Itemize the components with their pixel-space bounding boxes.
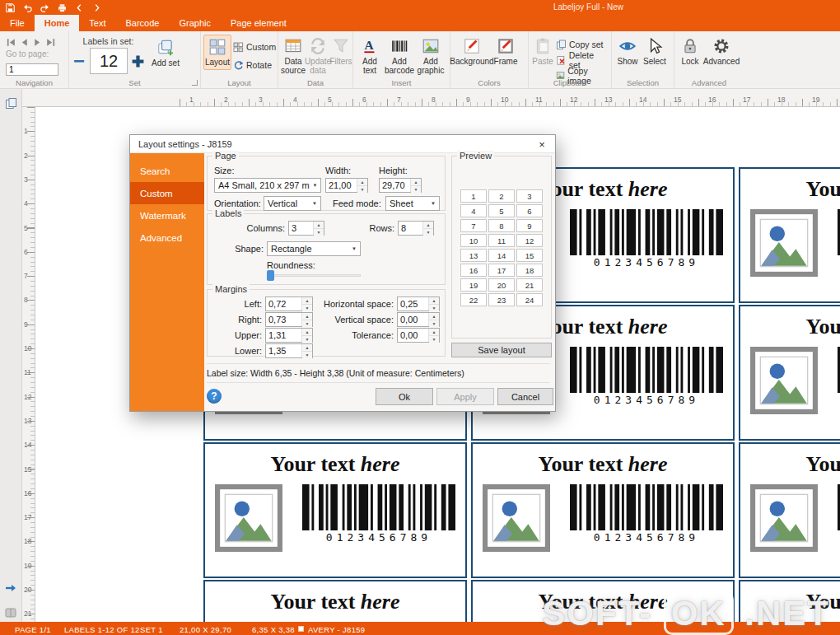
canvas-label[interactable]: Your text here 0123456789 — [471, 442, 735, 578]
page-height-spinner[interactable]: ▲▼ — [379, 178, 422, 193]
decrease-set-button[interactable]: − — [72, 49, 86, 73]
preview-cell[interactable]: 18 — [516, 264, 543, 277]
tab-barcode[interactable]: Barcode — [115, 15, 169, 31]
add-text-button[interactable]: A Add text — [356, 35, 384, 77]
margin-lower-spinner[interactable]: ▲▼ — [265, 343, 313, 358]
labels-in-set-input[interactable] — [90, 48, 128, 74]
orientation-select[interactable]: Vertical▼ — [264, 196, 321, 211]
preview-cell[interactable]: 17 — [488, 264, 515, 277]
spinner-arrows[interactable]: ▲▼ — [301, 344, 312, 357]
spinner-arrows[interactable]: ▲▼ — [428, 329, 439, 342]
custom-layout-button[interactable]: Custom — [231, 40, 278, 54]
feed-mode-select[interactable]: Sheet▼ — [385, 196, 440, 211]
preview-cell[interactable]: 16 — [460, 264, 487, 277]
tab-graphic[interactable]: Graphic — [169, 15, 221, 31]
spinner-arrows[interactable]: ▲▼ — [422, 222, 433, 235]
undo-icon[interactable] — [22, 2, 33, 13]
tab-file[interactable]: File — [0, 15, 35, 31]
tab-home[interactable]: Home — [35, 15, 80, 31]
preview-cell[interactable]: 13 — [460, 249, 487, 262]
spinner-arrows[interactable]: ▲▼ — [313, 222, 324, 235]
page-size-select[interactable]: A4 Small, 210 x 297 mm▼ — [214, 178, 321, 193]
canvas-label[interactable]: Your text here 0123456789 — [739, 305, 840, 441]
slider-thumb[interactable] — [267, 270, 274, 281]
pages-panel-icon[interactable] — [5, 97, 17, 110]
roundness-slider[interactable] — [267, 269, 361, 282]
preview-cell[interactable]: 19 — [460, 278, 487, 292]
spinner-arrows[interactable]: ▲▼ — [428, 313, 439, 326]
redo-icon[interactable] — [40, 2, 50, 13]
advanced-button[interactable]: Advanced — [703, 35, 740, 68]
save-layout-button[interactable]: Save layout — [451, 343, 552, 357]
layout-button[interactable]: Layout — [203, 35, 231, 70]
preview-cell[interactable]: 10 — [460, 234, 487, 247]
preview-cell[interactable]: 5 — [488, 204, 515, 217]
preview-cell[interactable]: 21 — [516, 278, 543, 292]
hspace-spinner[interactable]: ▲▼ — [397, 296, 440, 311]
help-icon[interactable]: ? — [207, 389, 222, 404]
paste-button[interactable]: Paste — [531, 35, 554, 68]
add-set-button[interactable]: Add set — [149, 36, 182, 70]
spinner-arrows[interactable]: ▲▼ — [357, 179, 367, 192]
increase-set-button[interactable] — [131, 54, 145, 68]
rows-spinner[interactable]: ▲▼ — [398, 221, 434, 236]
preview-cell[interactable]: 1 — [460, 189, 487, 203]
preview-cell[interactable]: 15 — [516, 249, 543, 262]
sidebar-item-advanced[interactable]: Advanced — [130, 226, 204, 249]
preview-cell[interactable]: 3 — [516, 189, 543, 203]
select-button[interactable]: Select — [641, 35, 669, 68]
canvas-label[interactable]: Your text here 0123456789 — [203, 580, 467, 622]
anchor-tool-icon[interactable] — [4, 581, 17, 595]
sidebar-item-search[interactable]: Search — [130, 160, 204, 182]
ok-button[interactable]: Ok — [376, 388, 433, 405]
sidebar-item-watermark[interactable]: Watermark — [130, 204, 204, 226]
preview-cell[interactable]: 11 — [488, 234, 515, 247]
preview-cell[interactable]: 20 — [488, 278, 515, 292]
book-tool-icon[interactable] — [4, 606, 17, 619]
preview-cell[interactable]: 8 — [488, 219, 515, 232]
next-page-button[interactable] — [32, 36, 43, 46]
first-page-button[interactable] — [6, 36, 16, 46]
add-graphic-button[interactable]: Add graphic — [415, 35, 446, 77]
preview-cell[interactable]: 22 — [460, 293, 487, 306]
preview-cell[interactable]: 4 — [460, 204, 487, 217]
lock-button[interactable]: Lock — [677, 35, 703, 68]
page-width-spinner[interactable]: ▲▼ — [325, 178, 368, 193]
preview-cell[interactable]: 7 — [460, 219, 487, 232]
update-data-button[interactable]: Update data — [306, 35, 330, 77]
vspace-spinner[interactable]: ▲▼ — [397, 312, 440, 327]
preview-cell[interactable]: 12 — [516, 234, 543, 247]
preview-cell[interactable]: 14 — [488, 249, 515, 262]
preview-cell[interactable]: 6 — [516, 204, 543, 217]
add-barcode-button[interactable]: Add barcode — [384, 35, 415, 77]
preview-cell[interactable]: 2 — [488, 189, 515, 203]
tab-page-element[interactable]: Page element — [221, 15, 296, 31]
last-page-button[interactable] — [45, 36, 56, 46]
canvas-label[interactable]: Your text here 0123456789 — [739, 167, 840, 303]
save-icon[interactable] — [5, 2, 16, 13]
forward-icon[interactable] — [91, 2, 102, 13]
background-color-button[interactable]: Background — [453, 35, 491, 68]
rotate-button[interactable]: Rotate — [231, 58, 278, 72]
close-icon[interactable]: × — [529, 135, 555, 153]
spinner-arrows[interactable]: ▲▼ — [410, 179, 421, 192]
data-source-button[interactable]: Data source — [281, 35, 306, 77]
tolerance-spinner[interactable]: ▲▼ — [397, 328, 440, 343]
back-icon[interactable] — [74, 2, 85, 13]
tab-text[interactable]: Text — [79, 15, 115, 31]
prev-page-button[interactable] — [19, 36, 30, 46]
print-icon[interactable] — [57, 2, 68, 13]
cancel-button[interactable]: Cancel — [497, 388, 553, 405]
canvas-label[interactable]: Your text here 0123456789 — [739, 442, 840, 578]
spinner-arrows[interactable]: ▲▼ — [428, 297, 439, 310]
go-to-page-input[interactable] — [6, 63, 58, 76]
apply-button[interactable]: Apply — [436, 388, 494, 405]
preview-cell[interactable]: 9 — [516, 219, 543, 232]
frame-color-button[interactable]: Frame — [491, 35, 520, 68]
canvas-label[interactable]: Your text here 0123456789 — [203, 442, 467, 578]
preview-cell[interactable]: 24 — [516, 293, 543, 306]
columns-spinner[interactable]: ▲▼ — [288, 221, 324, 236]
filters-button[interactable]: Filters — [330, 35, 352, 68]
preview-cell[interactable]: 23 — [488, 293, 515, 306]
show-button[interactable]: Show — [614, 35, 641, 68]
